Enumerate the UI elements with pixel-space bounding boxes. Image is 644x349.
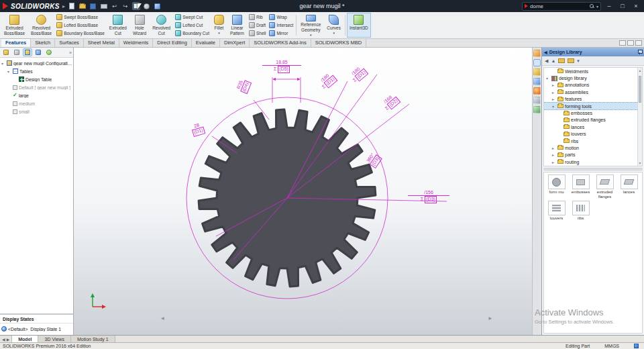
gear-model-view[interactable] <box>74 48 532 335</box>
boundary-boss-base-button[interactable]: Boundary Boss/Base <box>56 30 105 36</box>
swept-cut-button[interactable]: Swept Cut <box>175 14 209 20</box>
library-item-ribs[interactable]: ribs <box>569 201 592 221</box>
tab-direct-editing[interactable]: Direct Editing <box>153 39 192 47</box>
manager-tab-overflow-icon[interactable]: » <box>69 50 72 55</box>
search-input[interactable] <box>530 3 588 9</box>
redo-button[interactable]: ↪ <box>121 2 129 10</box>
expand-caret-icon[interactable]: ▾ <box>552 104 556 109</box>
add-file-location-icon[interactable] <box>568 58 574 63</box>
new-document-button[interactable] <box>68 2 76 10</box>
property-manager-tab[interactable] <box>12 48 21 56</box>
tab-weldments[interactable]: Weldments <box>119 39 153 47</box>
mirror-button[interactable]: Mirror <box>269 30 293 36</box>
tab-scroll-left-icon[interactable]: ◀ <box>2 337 5 342</box>
rib-button[interactable]: Rib <box>249 14 266 20</box>
pin-icon[interactable] <box>637 50 642 54</box>
reference-geometry-dropdown-icon[interactable]: ▾ <box>310 33 312 37</box>
library-tree-item-motion[interactable]: ▸ motion <box>544 144 642 151</box>
library-tree-item-annotations[interactable]: ▸ annotations <box>544 82 642 89</box>
reference-geometry-button[interactable]: Reference Geometry ▾ <box>298 13 323 38</box>
status-tag-icon[interactable] <box>634 344 639 348</box>
add-to-library-icon[interactable] <box>558 58 565 63</box>
tab-motion-study-1[interactable]: Motion Study 1 <box>71 336 115 342</box>
scroll-down-icon[interactable]: ▼ <box>638 160 642 166</box>
tab-sketch[interactable]: Sketch <box>31 39 55 47</box>
tab-solidworks-add-ins[interactable]: SOLIDWORKS Add-Ins <box>250 39 311 47</box>
library-tree-item-lances[interactable]: lances <box>544 123 642 130</box>
curves-button[interactable]: Curves ▾ <box>324 13 343 38</box>
config-item-medium[interactable]: medium <box>0 99 73 107</box>
configurations-root-item[interactable]: ▾ gear new mugil Configuration(s) (la <box>0 59 73 67</box>
tables-folder-item[interactable]: ▾ Tables <box>0 67 73 75</box>
menu-flyout-arrow-icon[interactable]: ▸ <box>62 3 65 9</box>
tab-dimxpert[interactable]: DimXpert <box>220 39 250 47</box>
close-button[interactable]: × <box>631 3 641 9</box>
save-button[interactable] <box>89 2 97 10</box>
dimension-label[interactable]: /156 Σ (D3) <box>408 190 449 203</box>
design-table-item[interactable]: Design Table <box>0 75 73 83</box>
tab-scroll-icons[interactable]: ◀ ▶ <box>0 336 12 342</box>
lofted-cut-button[interactable]: Lofted Cut <box>175 22 209 28</box>
graphics-area[interactable]: 18.85 Σ (D5) R35 (D4) /180 Σ (D1) /180 Σ… <box>74 48 532 335</box>
viewport-split-icon[interactable] <box>627 40 634 46</box>
library-item-louvers[interactable]: louvers <box>545 201 568 221</box>
configuration-manager-tab[interactable] <box>23 48 32 56</box>
search-dropdown-icon[interactable]: ▾ <box>596 4 598 9</box>
file-explorer-icon[interactable] <box>533 68 541 76</box>
tab-solidworks-mbd[interactable]: SOLIDWORKS MBD <box>311 39 367 47</box>
lofted-boss-base-button[interactable]: Lofted Boss/Base <box>56 22 105 28</box>
library-tree-item-weldments[interactable]: Weldments <box>544 68 642 74</box>
search-icon[interactable] <box>590 4 594 9</box>
tab-evaluate[interactable]: Evaluate <box>192 39 220 47</box>
expand-caret-icon[interactable]: ▸ <box>552 160 556 164</box>
design-library-tab-icon[interactable] <box>533 59 541 66</box>
viewport-horizontal-scrollbar[interactable]: ◀ ▶ <box>161 315 492 320</box>
maximize-button[interactable]: □ <box>617 3 628 9</box>
dimxpert-manager-tab[interactable] <box>34 48 43 56</box>
tab-scroll-right-icon[interactable]: ▶ <box>7 337 10 342</box>
scrollbar-thumb[interactable] <box>639 76 641 103</box>
config-item-small[interactable]: small <box>0 107 73 115</box>
undo-button[interactable]: ↩ <box>111 2 119 10</box>
tab-surfaces[interactable]: Surfaces <box>55 39 84 47</box>
toolbar-dropdown-icon[interactable]: ▾ <box>577 58 580 64</box>
expand-caret-icon[interactable]: ▸ <box>552 90 556 95</box>
tab-3d-views[interactable]: 3D Views <box>38 336 70 342</box>
options-button[interactable] <box>154 2 162 10</box>
minimize-button[interactable]: – <box>604 3 614 9</box>
revolved-cut-button[interactable]: Revolved Cut <box>150 13 173 38</box>
library-tree-item-extruded-flanges[interactable]: extruded flanges <box>544 117 642 123</box>
intersect-button[interactable]: Intersect <box>269 22 293 28</box>
viewport-layout-icon[interactable] <box>619 40 626 46</box>
library-tree-item-features[interactable]: ▸ features <box>544 96 642 103</box>
revolved-boss-base-button[interactable]: Revolved Boss/Base <box>28 13 54 38</box>
wrap-button[interactable]: Wrap <box>269 14 293 20</box>
fillet-dropdown-icon[interactable]: ▾ <box>218 31 220 35</box>
library-tree-item-assemblies[interactable]: ▸ assemblies <box>544 89 642 95</box>
fillet-button[interactable]: Fillet ▾ <box>211 13 227 38</box>
view-palette-icon[interactable] <box>533 78 541 85</box>
library-tree-item-design-library[interactable]: ▾ design library <box>544 74 642 81</box>
print-button[interactable] <box>100 2 108 10</box>
collapse-pane-icon[interactable]: ◀ <box>544 50 547 54</box>
expand-caret-icon[interactable]: ▸ <box>552 83 556 87</box>
library-item-embosses[interactable]: embosses <box>569 174 592 199</box>
custom-properties-icon[interactable] <box>533 97 541 104</box>
scroll-right-icon[interactable]: ▶ <box>488 315 492 320</box>
rebuild-button[interactable] <box>143 2 151 10</box>
back-icon[interactable]: ◀ <box>545 58 548 64</box>
solidworks-resources-icon[interactable] <box>533 50 541 57</box>
scroll-up-icon[interactable]: ▲ <box>638 68 642 73</box>
appearances-icon[interactable] <box>533 87 541 95</box>
display-manager-tab[interactable] <box>44 48 54 56</box>
expand-caret-icon[interactable]: ▾ <box>1 61 5 66</box>
expand-caret-icon[interactable]: ▸ <box>552 146 556 150</box>
feature-manager-tab[interactable] <box>1 48 11 56</box>
expand-caret-icon[interactable]: ▸ <box>552 152 556 157</box>
library-tree-item-ribs[interactable]: ribs <box>544 138 642 144</box>
tab-sheet-metal[interactable]: Sheet Metal <box>84 39 119 47</box>
tab-model[interactable]: Model <box>12 336 38 342</box>
units-text[interactable]: MMGS <box>604 344 619 348</box>
library-tree-item-embosses[interactable]: embosses <box>544 109 642 116</box>
forum-icon[interactable] <box>533 106 541 113</box>
